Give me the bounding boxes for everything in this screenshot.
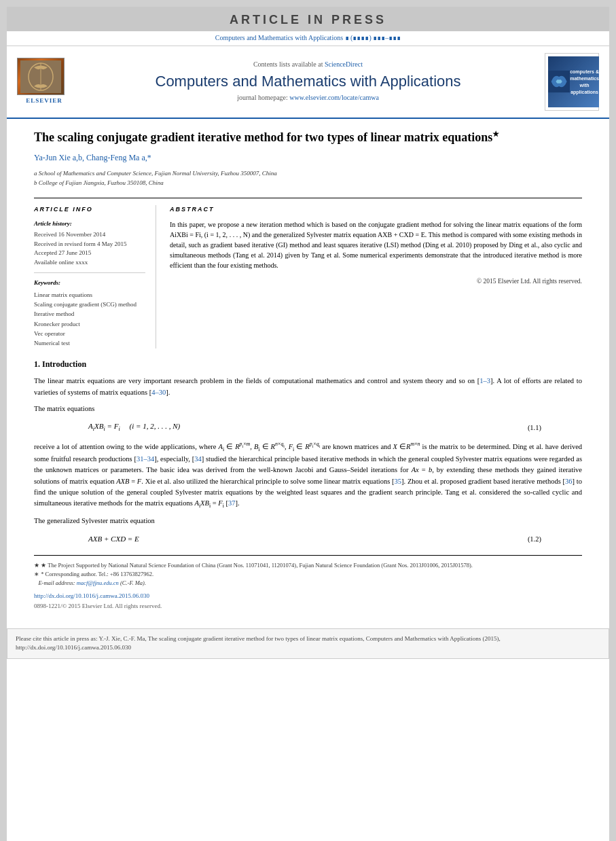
contents-label: Contents lists available at <box>253 60 325 68</box>
issn-line: 0898-1221/© 2015 Elsevier Ltd. All right… <box>34 602 582 611</box>
affiliation-b: b College of Fujian Jiangxia, Fuzhou 350… <box>34 179 582 188</box>
aip-banner: ARTICLE IN PRESS <box>7 7 609 31</box>
keyword-item: Vec operator <box>34 329 145 338</box>
title-footnote-marker: ★ <box>492 130 499 138</box>
section1-para2-intro: The matrix equations <box>34 404 582 414</box>
keywords-label: Keywords: <box>34 279 145 287</box>
footnote-star: ★ ★ The Project Supported by National Na… <box>34 561 582 571</box>
footnote-email: E-mail address: macf@fjnu.edu.cn (C.-F. … <box>34 579 582 588</box>
citation-bar: Please cite this article in press as: Y.… <box>7 628 609 659</box>
journal-header: ELSEVIER Contents lists available at Sci… <box>7 46 609 119</box>
main-content: The scaling conjugate gradient iterative… <box>7 119 609 622</box>
sciencedirect-link[interactable]: ScienceDirect <box>325 60 363 68</box>
homepage-label: journal homepage: <box>237 94 289 101</box>
abstract-text: In this paper, we propose a new iteratio… <box>170 219 582 270</box>
abstract-column: ABSTRACT In this paper, we propose a new… <box>170 205 582 348</box>
equation-1-2-number: (1.2) <box>528 534 541 544</box>
article-info-abstract-row: ARTICLE INFO Article history: Received 1… <box>34 198 582 348</box>
section1-para3: receive a lot of attention owing to the … <box>34 440 582 510</box>
available-online: Available online xxxx <box>34 258 145 268</box>
journal-logo-image: computers &mathematicswith applications <box>548 56 599 107</box>
article-title-text: The scaling conjugate gradient iterative… <box>34 130 492 144</box>
section1-title: 1. Introduction <box>34 359 582 370</box>
abstract-copyright: © 2015 Elsevier Ltd. All rights reserved… <box>170 277 582 287</box>
elsevier-wordmark: ELSEVIER <box>17 96 71 105</box>
received-date: Received 16 November 2014 <box>34 230 145 240</box>
journal-header-center: Contents lists available at ScienceDirec… <box>78 60 538 103</box>
info-divider <box>34 272 145 273</box>
equation-1-1: AiXBi = Fi (i = 1, 2, . . . , N) (1.1) <box>88 421 541 433</box>
abstract-heading: ABSTRACT <box>170 205 582 214</box>
homepage-line: journal homepage: www.elsevier.com/locat… <box>78 93 538 103</box>
star-note-text: ★ The Project Supported by National Natu… <box>41 562 473 569</box>
email-link[interactable]: macf@fjnu.edu.cn <box>77 579 119 586</box>
authors-text: Ya-Jun Xie a,b, Chang-Feng Ma a,* <box>34 153 151 162</box>
equation-1-2-content: AXB + CXD = E <box>88 534 139 545</box>
journal-title: Computers and Mathematics with Applicati… <box>78 73 538 90</box>
doi-link[interactable]: http://dx.doi.org/10.1016/j.camwa.2015.0… <box>34 592 149 599</box>
keyword-item: Iterative method <box>34 309 145 319</box>
article-history-label: Article history: <box>34 219 145 228</box>
keywords-list: Linear matrix equationsScaling conjugate… <box>34 290 145 348</box>
section1-para1: The linear matrix equations are very imp… <box>34 376 582 398</box>
equation-1-1-number: (1.1) <box>528 423 541 433</box>
citation-bar-text: Please cite this article in press as: Y.… <box>16 635 501 651</box>
keyword-item: Scaling conjugate gradient (SCG) method <box>34 300 145 309</box>
journal-ref-text: Computers and Mathematics with Applicati… <box>215 34 401 41</box>
keyword-item: Numerical test <box>34 338 145 348</box>
corresponding-note-text: * Corresponding author. Tel.: +86 137638… <box>41 571 153 577</box>
affiliations: a School of Mathematics and Computer Sci… <box>34 169 582 187</box>
contents-available-line: Contents lists available at ScienceDirec… <box>78 60 538 70</box>
email-label: E-mail address: <box>38 579 76 586</box>
journal-logo-box: computers &mathematicswith applications <box>545 53 599 111</box>
article-page: ARTICLE IN PRESS Computers and Mathemati… <box>7 7 609 841</box>
footnotes-area: ★ ★ The Project Supported by National Na… <box>34 555 582 611</box>
email-suffix: (C.-F. Ma). <box>119 579 146 586</box>
aip-banner-text: ARTICLE IN PRESS <box>230 13 386 26</box>
affiliation-a: a School of Mathematics and Computer Sci… <box>34 169 582 179</box>
authors-line: Ya-Jun Xie a,b, Chang-Feng Ma a,* <box>34 152 582 164</box>
article-history-dates: Received 16 November 2014 Received in re… <box>34 230 145 267</box>
doi-line: http://dx.doi.org/10.1016/j.camwa.2015.0… <box>34 592 582 601</box>
article-title: The scaling conjugate gradient iterative… <box>34 129 582 145</box>
section1-para4-intro: The generalized Sylvester matrix equatio… <box>34 516 582 526</box>
keyword-item: Kronecker product <box>34 319 145 329</box>
footnote-corresponding: ∗ * Corresponding author. Tel.: +86 1376… <box>34 570 582 579</box>
equation-1-2: AXB + CXD = E (1.2) <box>88 534 541 545</box>
homepage-link[interactable]: www.elsevier.com/locate/camwa <box>289 94 379 101</box>
accepted-date: Accepted 27 June 2015 <box>34 249 145 258</box>
elsevier-logo-container: ELSEVIER <box>17 58 71 105</box>
journal-ref-bar: Computers and Mathematics with Applicati… <box>7 31 609 46</box>
equation-1-1-content: AiXBi = Fi (i = 1, 2, . . . , N) <box>88 421 180 433</box>
article-info-column: ARTICLE INFO Article history: Received 1… <box>34 205 156 348</box>
revised-date: Received in revised form 4 May 2015 <box>34 240 145 249</box>
keyword-item: Linear matrix equations <box>34 290 145 300</box>
article-info-heading: ARTICLE INFO <box>34 205 145 214</box>
elsevier-logo-image <box>17 58 65 95</box>
